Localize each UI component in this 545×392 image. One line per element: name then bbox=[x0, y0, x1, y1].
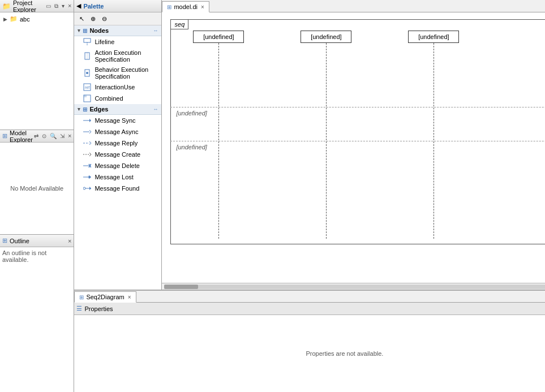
project-explorer-close-button[interactable]: × bbox=[68, 2, 71, 10]
msg-lost-label: Message Lost bbox=[95, 174, 133, 180]
horizontal-scrollbar[interactable] bbox=[162, 283, 545, 290]
zoom-out-icon: ⊖ bbox=[102, 15, 107, 23]
palette-item-interaction-use[interactable]: ref InteractionUse bbox=[74, 81, 161, 93]
interaction-use-label: InteractionUse bbox=[95, 84, 135, 91]
model-explorer-content: No Model Available bbox=[0, 143, 74, 234]
project-tree-root[interactable]: ▶ 📁 abc bbox=[2, 15, 71, 23]
palette-back-icon[interactable]: ◀ bbox=[76, 2, 81, 10]
sequence-diagram-frame: seq [undefined] bbox=[170, 19, 545, 244]
msg-reply-label: Message Reply bbox=[95, 140, 138, 147]
project-explorer-icon: 📁 bbox=[2, 2, 11, 10]
lifeline-box-3: [undefined] bbox=[408, 31, 459, 43]
seq2diagram-tab-bar: ⊞ Seq2Diagram × bbox=[74, 290, 545, 303]
svg-rect-0 bbox=[84, 38, 91, 42]
edges-expand-icon: ▾ bbox=[78, 106, 80, 112]
outline-panel: ⊞ Outline × An outline is not available. bbox=[0, 235, 74, 392]
model-explorer-icon: ⊞ bbox=[2, 132, 7, 140]
project-explorer-title: Project Explorer bbox=[13, 0, 45, 13]
maximize-icon[interactable]: ⧉ bbox=[53, 2, 59, 10]
outline-close-button[interactable]: × bbox=[68, 238, 71, 244]
svg-marker-11 bbox=[89, 119, 91, 122]
model-di-tab[interactable]: ⊞ model.di × bbox=[162, 1, 209, 12]
canvas-inner: seq [undefined] bbox=[162, 12, 545, 250]
svg-point-5 bbox=[86, 72, 88, 74]
properties-icon: ☰ bbox=[76, 305, 82, 312]
undefined-label-3: [undefined] bbox=[176, 144, 207, 150]
select-cursor-icon: ↖ bbox=[79, 15, 84, 23]
model-di-tab-label: model.di bbox=[174, 3, 198, 10]
edges-collapse-icon: ↔ bbox=[153, 106, 158, 112]
svg-text:ref: ref bbox=[85, 85, 89, 89]
nodes-section-header[interactable]: ▾ ⊞ Nodes ↔ bbox=[74, 25, 161, 36]
menu-icon[interactable]: ▾ bbox=[61, 2, 66, 10]
project-folder-icon: 📁 bbox=[10, 15, 18, 23]
combined-label: Combined bbox=[95, 95, 123, 102]
model-link-icon[interactable]: ⊙ bbox=[41, 132, 48, 140]
bottom-section: ⊞ Seq2Diagram × ☰ Properties × Propertie… bbox=[74, 290, 545, 392]
palette-item-message-found[interactable]: Message Found bbox=[74, 183, 161, 194]
lifeline-3-label: [undefined] bbox=[418, 33, 449, 40]
palette-toolbar: ↖ ⊕ ⊖ bbox=[74, 12, 161, 25]
palette-item-lifeline[interactable]: Lifeline bbox=[74, 36, 161, 48]
properties-panel: ☰ Properties × Properties are not availa… bbox=[74, 303, 545, 392]
undefined-label-2: [undefined] bbox=[176, 110, 207, 117]
palette-item-message-reply[interactable]: Message Reply bbox=[74, 137, 161, 149]
msg-delete-icon bbox=[83, 162, 91, 170]
action-execution-label: Action Execution Specification bbox=[95, 49, 158, 63]
model-search-icon[interactable]: 🔍 bbox=[49, 132, 58, 140]
model-sync-icon[interactable]: ⇄ bbox=[33, 132, 40, 140]
select-tool-button[interactable]: ↖ bbox=[76, 14, 87, 24]
divider-1 bbox=[170, 107, 545, 107]
palette-item-message-delete[interactable]: Message Delete bbox=[74, 160, 161, 171]
svg-rect-9 bbox=[84, 95, 87, 97]
zoom-out-button[interactable]: ⊖ bbox=[99, 14, 109, 24]
edges-section-label: Edges bbox=[89, 106, 108, 113]
outline-content: An outline is not available. bbox=[0, 247, 74, 392]
msg-sync-icon bbox=[83, 117, 91, 124]
palette-item-behavior-execution[interactable]: Behavior Execution Specification bbox=[74, 64, 161, 81]
interaction-use-icon: ref bbox=[83, 83, 91, 91]
diagram-area: ⊞ model.di × seq bbox=[162, 0, 545, 290]
nodes-section: ▾ ⊞ Nodes ↔ Lif bbox=[74, 25, 161, 104]
model-explorer-header: ⊞ Model Explorer ⇄ ⊙ 🔍 ⇲ × bbox=[0, 130, 74, 143]
behavior-execution-icon bbox=[83, 69, 91, 77]
combined-icon bbox=[83, 94, 91, 102]
lifeline-box-2: [undefined] bbox=[301, 31, 351, 43]
outline-header: ⊞ Outline × bbox=[0, 235, 74, 247]
nodes-expand-icon: ▾ bbox=[78, 28, 80, 33]
properties-header: ☰ Properties × bbox=[74, 303, 545, 315]
seq2diagram-tab-icon: ⊞ bbox=[79, 294, 84, 300]
palette-item-combined[interactable]: Combined bbox=[74, 93, 161, 104]
outline-title: Outline bbox=[10, 238, 67, 244]
diagram-canvas[interactable]: seq [undefined] bbox=[162, 12, 545, 283]
edges-section-icon: ⊞ bbox=[83, 106, 87, 113]
properties-not-available-label: Properties are not available. bbox=[306, 350, 383, 357]
palette-header: ◀ Palette bbox=[74, 0, 161, 12]
scrollbar-thumb[interactable] bbox=[164, 285, 198, 289]
palette-item-action-execution[interactable]: Action Execution Specification bbox=[74, 48, 161, 64]
zoom-in-button[interactable]: ⊕ bbox=[88, 14, 98, 24]
palette-item-message-async[interactable]: Message Async bbox=[74, 126, 161, 137]
msg-create-label: Message Create bbox=[95, 151, 140, 158]
expand-arrow-icon: ▶ bbox=[3, 16, 7, 22]
no-model-label: No Model Available bbox=[10, 185, 63, 192]
palette-panel: ◀ Palette ↖ ⊕ ⊖ bbox=[74, 0, 162, 290]
seq2diagram-tab[interactable]: ⊞ Seq2Diagram × bbox=[74, 291, 136, 303]
lifeline-icon bbox=[83, 38, 91, 46]
behavior-execution-label: Behavior Execution Specification bbox=[95, 66, 158, 80]
msg-create-icon bbox=[83, 150, 91, 158]
model-explorer-close-button[interactable]: × bbox=[68, 132, 71, 140]
project-explorer-header: 📁 Project Explorer ▭ ⧉ ▾ × bbox=[0, 0, 74, 12]
palette-item-message-lost[interactable]: Message Lost bbox=[74, 171, 161, 183]
minimize-icon[interactable]: ▭ bbox=[45, 2, 52, 10]
seq2diagram-tab-close-button[interactable]: × bbox=[128, 294, 131, 300]
palette-item-message-sync[interactable]: Message Sync bbox=[74, 115, 161, 126]
palette-item-message-create[interactable]: Message Create bbox=[74, 149, 161, 160]
model-explorer-toolbar: ⇄ ⊙ 🔍 ⇲ × bbox=[33, 132, 71, 140]
model-explorer-panel: ⊞ Model Explorer ⇄ ⊙ 🔍 ⇲ × No Model Avai… bbox=[0, 130, 74, 235]
outline-icon: ⊞ bbox=[2, 237, 7, 244]
properties-title: Properties bbox=[84, 305, 545, 312]
edges-section-header[interactable]: ▾ ⊞ Edges ↔ bbox=[74, 104, 161, 115]
model-di-tab-close-button[interactable]: × bbox=[201, 4, 204, 10]
model-nav-icon[interactable]: ⇲ bbox=[59, 132, 66, 140]
